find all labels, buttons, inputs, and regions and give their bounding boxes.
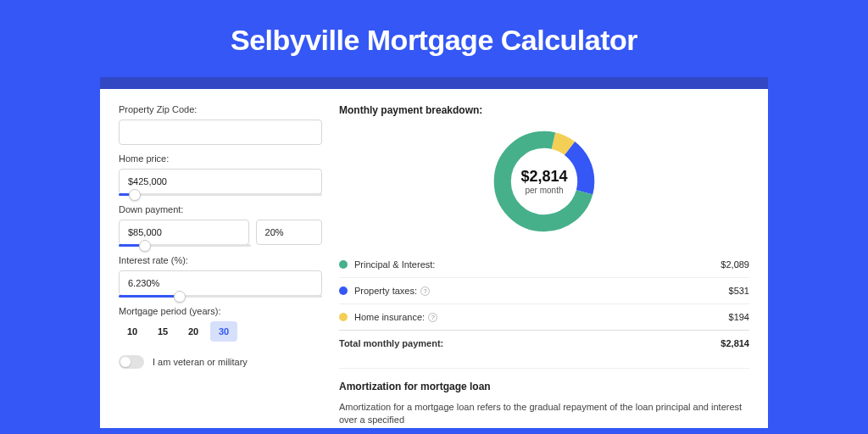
donut-center: $2,814 per month: [489, 126, 599, 236]
home-price-input[interactable]: [119, 169, 322, 194]
period-options: 10152030: [119, 321, 322, 342]
down-payment-label: Down payment:: [119, 204, 322, 214]
home-price-field: Home price:: [119, 153, 322, 196]
info-icon[interactable]: ?: [420, 287, 430, 296]
veteran-toggle-knob: [120, 357, 131, 367]
down-payment-field: Down payment:: [119, 204, 322, 247]
calculator-card: Property Zip Code: Home price: Down paym…: [100, 89, 768, 428]
card-outer: Property Zip Code: Home price: Down paym…: [100, 77, 768, 428]
zip-field: Property Zip Code:: [119, 104, 322, 145]
breakdown-value: $194: [729, 312, 749, 322]
legend-dot: [339, 260, 348, 269]
zip-label: Property Zip Code:: [119, 104, 322, 114]
breakdown-value: $2,089: [721, 259, 749, 270]
amortization-section: Amortization for mortgage loan Amortizat…: [339, 368, 749, 427]
veteran-toggle[interactable]: [119, 355, 144, 369]
interest-slider[interactable]: [119, 295, 322, 298]
breakdown-label: Property taxes:?: [354, 286, 729, 296]
home-price-label: Home price:: [119, 153, 322, 164]
period-btn-10[interactable]: 10: [119, 321, 146, 342]
total-label: Total monthly payment:: [339, 338, 721, 348]
form-column: Property Zip Code: Home price: Down paym…: [119, 104, 322, 428]
donut-amount: $2,814: [520, 168, 567, 186]
veteran-label: I am veteran or military: [153, 357, 248, 367]
breakdown-title: Monthly payment breakdown:: [339, 104, 749, 116]
period-label: Mortgage period (years):: [119, 306, 322, 316]
legend-dot: [339, 287, 348, 295]
down-payment-pct-input[interactable]: [256, 220, 322, 245]
interest-field: Interest rate (%):: [119, 255, 322, 298]
veteran-row: I am veteran or military: [119, 355, 322, 369]
period-btn-30[interactable]: 30: [210, 321, 237, 342]
down-payment-slider[interactable]: [119, 244, 251, 247]
home-price-slider-thumb[interactable]: [129, 189, 141, 201]
amortization-title: Amortization for mortgage loan: [339, 381, 749, 392]
home-price-slider[interactable]: [119, 193, 322, 196]
breakdown-row: Home insurance:?$194: [339, 303, 749, 330]
breakdown-list: Principal & Interest:$2,089Property taxe…: [339, 252, 749, 330]
breakdown-column: Monthly payment breakdown: $2,814 per mo…: [339, 104, 749, 428]
breakdown-row: Property taxes:?$531: [339, 277, 749, 303]
info-icon[interactable]: ?: [428, 313, 437, 322]
breakdown-value: $531: [729, 286, 749, 296]
period-field: Mortgage period (years): 10152030: [119, 306, 322, 342]
period-btn-15[interactable]: 15: [149, 321, 176, 342]
interest-slider-fill: [119, 295, 180, 298]
down-payment-amount-input[interactable]: [119, 220, 249, 245]
total-row: Total monthly payment: $2,814: [339, 330, 749, 356]
donut-container: $2,814 per month: [339, 126, 749, 236]
down-payment-slider-thumb[interactable]: [139, 240, 151, 252]
donut-chart: $2,814 per month: [489, 126, 599, 236]
breakdown-label: Principal & Interest:: [354, 259, 721, 270]
page-title: Selbyville Mortgage Calculator: [0, 0, 868, 77]
breakdown-row: Principal & Interest:$2,089: [339, 252, 749, 277]
interest-label: Interest rate (%):: [119, 255, 322, 265]
legend-dot: [339, 313, 348, 321]
breakdown-label: Home insurance:?: [354, 312, 729, 322]
interest-slider-thumb[interactable]: [174, 291, 186, 303]
zip-input[interactable]: [119, 120, 322, 145]
interest-input[interactable]: [119, 270, 322, 296]
period-btn-20[interactable]: 20: [180, 321, 207, 342]
total-value: $2,814: [721, 338, 749, 348]
amortization-text: Amortization for a mortgage loan refers …: [339, 401, 749, 427]
donut-sub: per month: [525, 186, 563, 195]
